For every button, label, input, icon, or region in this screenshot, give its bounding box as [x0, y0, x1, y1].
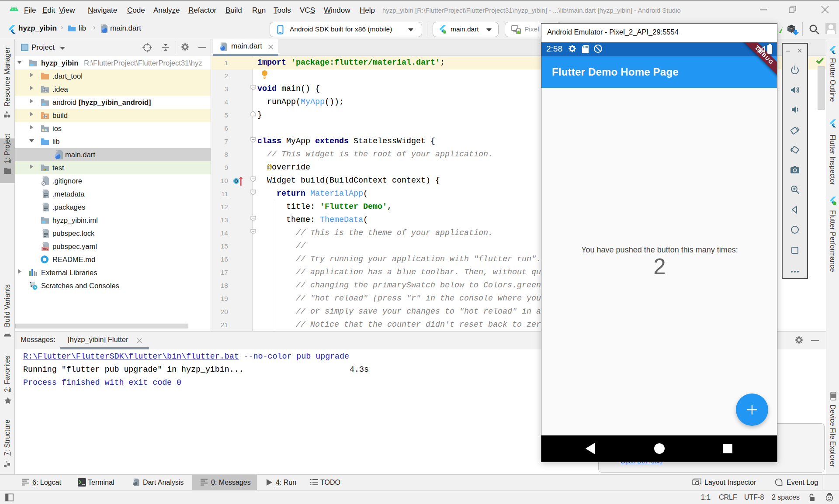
svg-text:YML: YML: [42, 247, 49, 250]
